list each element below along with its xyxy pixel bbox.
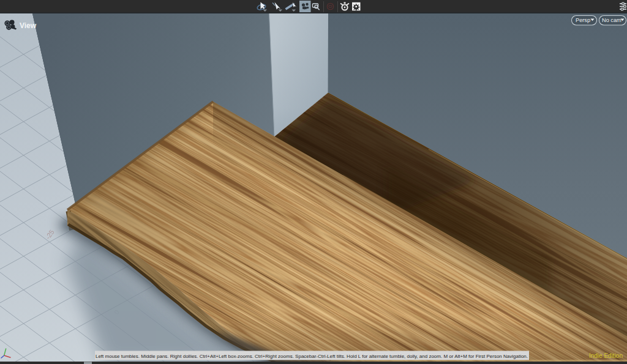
svg-text:No cam: No cam xyxy=(602,17,621,23)
svg-text:Indie Edition: Indie Edition xyxy=(589,352,623,359)
svg-text:Persp: Persp xyxy=(576,17,590,23)
svg-text:View: View xyxy=(20,21,37,30)
svg-text:Left mouse tumbles. Middle pan: Left mouse tumbles. Middle pans. Right d… xyxy=(96,354,528,359)
